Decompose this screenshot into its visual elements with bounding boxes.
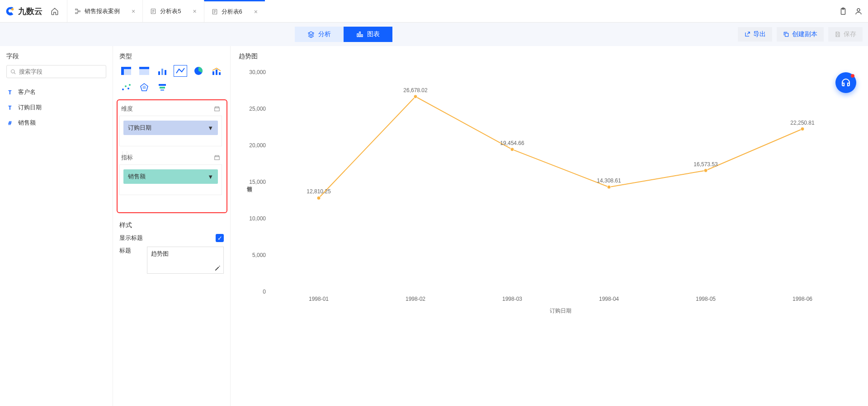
- save-label: 保存: [844, 30, 856, 38]
- show-title-label: 显示标题: [119, 234, 143, 242]
- svg-rect-18: [139, 67, 149, 69]
- svg-text:1998-02: 1998-02: [406, 296, 425, 302]
- sheet-icon: [212, 9, 218, 15]
- svg-point-64: [801, 127, 804, 131]
- home-icon[interactable]: [51, 7, 59, 15]
- search-input[interactable]: [19, 68, 102, 75]
- svg-rect-10: [359, 32, 361, 37]
- chart-type-funnel[interactable]: [156, 81, 169, 93]
- svg-rect-9: [357, 34, 359, 37]
- field-sales[interactable]: # 销售额: [6, 115, 106, 131]
- svg-rect-38: [215, 155, 219, 156]
- svg-text:0: 0: [263, 289, 266, 295]
- svg-rect-16: [121, 67, 131, 69]
- svg-rect-11: [361, 35, 363, 37]
- archive-icon[interactable]: [214, 106, 220, 112]
- dropdown-icon[interactable]: ▼: [208, 173, 213, 180]
- chart-type-pie[interactable]: [192, 65, 205, 77]
- duplicate-button[interactable]: 创建副本: [777, 27, 824, 42]
- tab-label: 分析表6: [222, 8, 242, 16]
- svg-point-27: [125, 85, 127, 87]
- field-label: 订购日期: [18, 103, 42, 112]
- svg-rect-19: [158, 71, 160, 75]
- logo-icon: [5, 6, 15, 16]
- svg-rect-36: [215, 107, 219, 107]
- svg-point-13: [11, 70, 14, 73]
- mode-chart-button[interactable]: 图表: [344, 27, 392, 42]
- close-icon[interactable]: ×: [132, 8, 135, 15]
- chart-type-combo[interactable]: [210, 65, 223, 77]
- export-button[interactable]: 导出: [738, 27, 772, 42]
- svg-text:1998-04: 1998-04: [599, 296, 619, 302]
- chart-type-line[interactable]: [174, 65, 187, 77]
- notification-dot: [851, 74, 854, 78]
- svg-rect-2: [75, 12, 77, 13]
- topbar-actions: [839, 7, 863, 15]
- mode-analysis-button[interactable]: 分析: [295, 27, 344, 42]
- chart-type-scatter[interactable]: [119, 81, 133, 93]
- svg-text:25,000: 25,000: [249, 106, 266, 112]
- title-input[interactable]: 趋势图: [147, 247, 224, 274]
- svg-point-0: [11, 8, 14, 10]
- mode-switch: 分析 图表: [295, 27, 392, 42]
- dimension-value: 订购日期: [128, 124, 151, 132]
- svg-text:15,000: 15,000: [249, 179, 266, 185]
- field-order-date[interactable]: T 订购日期: [6, 100, 106, 115]
- number-type-icon: #: [6, 120, 14, 126]
- layers-icon: [307, 31, 315, 38]
- drag-handle-icon[interactable]: ⋮⋮: [120, 151, 129, 156]
- svg-rect-32: [159, 84, 166, 86]
- sheet-icon: [150, 8, 156, 14]
- svg-marker-31: [142, 85, 146, 89]
- chart-type-bar[interactable]: [156, 65, 169, 77]
- clipboard-icon[interactable]: [839, 7, 847, 15]
- chart-type-cross-table[interactable]: [137, 65, 151, 77]
- close-icon[interactable]: ×: [254, 8, 258, 15]
- support-fab[interactable]: [835, 72, 856, 93]
- brand-logo: 九数云: [5, 6, 42, 17]
- chart-type-radar[interactable]: [137, 81, 151, 93]
- svg-rect-37: [215, 157, 220, 160]
- svg-rect-3: [78, 10, 80, 11]
- show-title-checkbox[interactable]: ✓: [216, 234, 224, 242]
- dropdown-icon[interactable]: ▼: [208, 125, 213, 131]
- tab-label: 销售报表案例: [85, 7, 120, 15]
- indicator-well[interactable]: 销售额 ▼: [119, 164, 222, 195]
- svg-point-26: [122, 89, 124, 90]
- svg-rect-33: [160, 87, 165, 89]
- dim-ind-highlight: 维度 订购日期 ▼ ⋮⋮ 指标 销售额: [117, 99, 227, 213]
- tab-analysis-6[interactable]: 分析表6 ×: [204, 0, 265, 22]
- search-field-box[interactable]: [6, 65, 106, 78]
- user-icon[interactable]: [854, 7, 863, 15]
- mode-label: 分析: [318, 30, 331, 38]
- svg-text:26,678.02: 26,678.02: [403, 87, 428, 93]
- edit-icon[interactable]: [214, 265, 221, 271]
- svg-text:12,810.25: 12,810.25: [307, 188, 331, 195]
- svg-rect-21: [165, 70, 166, 75]
- text-type-icon: T: [6, 89, 14, 96]
- save-button[interactable]: 保存: [828, 27, 863, 42]
- dimension-section: 维度 订购日期 ▼: [119, 102, 222, 146]
- chart-area: 05,00010,00015,00020,00025,00030,0001998…: [239, 63, 860, 316]
- svg-rect-23: [212, 71, 214, 75]
- tab-sales-report[interactable]: 销售报表案例 ×: [67, 0, 142, 22]
- close-icon[interactable]: ×: [193, 8, 196, 15]
- field-label: 客户名: [18, 88, 36, 96]
- svg-rect-34: [160, 89, 164, 91]
- svg-point-60: [607, 185, 611, 189]
- chart-type-grouped-table[interactable]: [119, 65, 133, 77]
- indicator-pill[interactable]: 销售额 ▼: [123, 169, 218, 184]
- headset-icon: [840, 77, 851, 88]
- field-customer[interactable]: T 客户名: [6, 84, 106, 100]
- mode-label: 图表: [367, 30, 380, 38]
- tab-analysis-5[interactable]: 分析表5 ×: [142, 0, 203, 22]
- svg-text:销售额: 销售额: [247, 186, 253, 192]
- dimension-title: 维度: [121, 105, 133, 113]
- dimension-pill[interactable]: 订购日期 ▼: [123, 121, 218, 135]
- archive-icon[interactable]: [214, 154, 220, 161]
- dimension-well[interactable]: 订购日期 ▼: [119, 116, 222, 146]
- svg-rect-25: [219, 72, 221, 75]
- tab-strip: 销售报表案例 × 分析表5 × 分析表6 ×: [67, 0, 265, 22]
- chart-title: 趋势图: [239, 52, 860, 61]
- tab-label: 分析表5: [160, 7, 181, 15]
